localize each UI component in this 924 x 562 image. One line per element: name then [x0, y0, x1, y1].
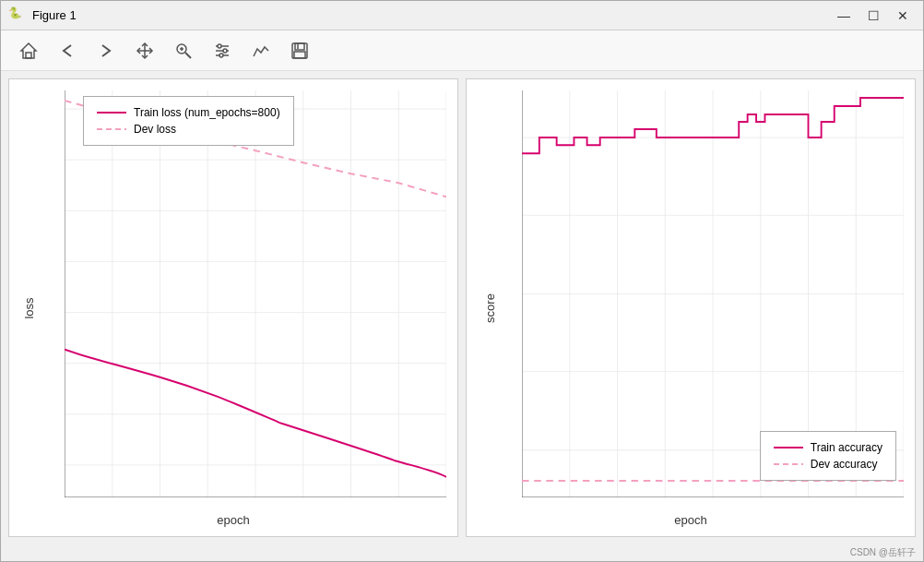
back-button[interactable] — [51, 36, 84, 66]
svg-point-12 — [223, 49, 227, 53]
dev-loss-legend-line — [97, 126, 126, 133]
zoom-button[interactable] — [167, 36, 200, 66]
loss-chart: loss epoch — [8, 78, 458, 537]
accuracy-y-label: score — [483, 293, 497, 323]
title-bar: 🐍 Figure 1 — ☐ ✕ — [1, 1, 923, 30]
toolbar — [1, 30, 923, 71]
title-left: 🐍 Figure 1 — [8, 6, 77, 25]
save-icon — [290, 42, 309, 60]
train-accuracy-legend-item: Train accuracy — [774, 441, 883, 454]
window-title: Figure 1 — [32, 8, 77, 22]
loss-y-label: loss — [22, 297, 36, 318]
configure-icon — [213, 42, 231, 60]
lines-button[interactable] — [244, 36, 278, 66]
window-controls: — ☐ ✕ — [831, 6, 916, 25]
lines-icon — [252, 42, 270, 60]
home-button[interactable] — [12, 36, 45, 66]
configure-button[interactable] — [206, 36, 239, 66]
dev-accuracy-legend-line — [774, 460, 803, 468]
svg-marker-0 — [21, 43, 36, 58]
charts-area: loss epoch — [1, 71, 923, 544]
forward-button[interactable] — [89, 36, 123, 66]
loss-chart-svg: 0.60 0.55 0.50 0.45 0.40 0.35 0.30 0.25 … — [65, 90, 446, 497]
train-accuracy-legend-label: Train accuracy — [811, 441, 883, 454]
main-window: 🐍 Figure 1 — ☐ ✕ — [0, 0, 924, 562]
app-icon: 🐍 — [8, 6, 27, 25]
train-loss-legend-line — [97, 109, 126, 116]
close-button[interactable]: ✕ — [890, 6, 916, 25]
home-icon — [19, 42, 38, 60]
svg-line-5 — [185, 53, 191, 58]
pan-icon — [136, 42, 154, 60]
accuracy-legend: Train accuracy Dev accuracy — [760, 431, 896, 481]
accuracy-x-label: epoch — [674, 513, 706, 527]
dev-accuracy-legend-item: Dev accuracy — [774, 458, 883, 471]
watermark-text: CSDN @岳轩子 — [850, 547, 916, 557]
loss-x-label: epoch — [217, 513, 249, 527]
maximize-button[interactable]: ☐ — [860, 6, 886, 25]
forward-icon — [97, 42, 115, 60]
svg-rect-15 — [295, 43, 304, 50]
train-accuracy-legend-line — [774, 444, 803, 451]
svg-point-11 — [218, 44, 221, 48]
back-icon — [58, 42, 77, 60]
train-loss-legend-item: Train loss (num_epochs=800) — [97, 106, 280, 119]
dev-loss-legend-item: Dev loss — [97, 123, 280, 136]
svg-rect-16 — [294, 52, 305, 58]
loss-legend: Train loss (num_epochs=800) Dev loss — [83, 96, 294, 146]
dev-accuracy-legend-label: Dev accuracy — [811, 458, 878, 471]
accuracy-chart: score epoch — [466, 78, 916, 537]
dev-loss-legend-label: Dev loss — [134, 123, 176, 136]
zoom-icon — [174, 42, 193, 60]
save-button[interactable] — [283, 36, 316, 66]
svg-rect-1 — [26, 53, 31, 58]
watermark: CSDN @岳轩子 — [1, 544, 923, 561]
train-loss-legend-label: Train loss (num_epochs=800) — [134, 106, 280, 119]
minimize-button[interactable]: — — [831, 6, 857, 25]
svg-point-13 — [219, 54, 223, 57]
pan-button[interactable] — [128, 36, 161, 66]
